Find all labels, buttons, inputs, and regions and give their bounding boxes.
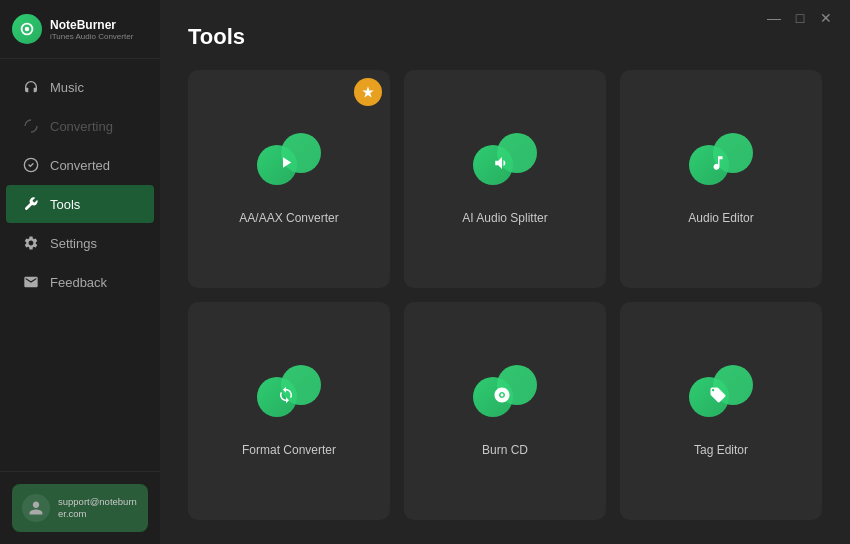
svg-point-1 <box>25 27 30 32</box>
sidebar-item-tools[interactable]: Tools <box>6 185 154 223</box>
user-email: support@noteburner.com <box>58 496 138 521</box>
app-name: NoteBurner <box>50 18 133 32</box>
app-logo: NoteBurner iTunes Audio Converter <box>0 0 160 59</box>
tools-icon <box>22 195 40 213</box>
tools-label: Tools <box>50 197 80 212</box>
sidebar-item-settings[interactable]: Settings <box>6 224 154 262</box>
page-title: Tools <box>188 24 822 50</box>
sidebar-item-converted[interactable]: Converted <box>6 146 154 184</box>
settings-label: Settings <box>50 236 97 251</box>
titlebar: — □ ✕ <box>766 10 834 26</box>
tag-editor-label: Tag Editor <box>694 443 748 457</box>
close-button[interactable]: ✕ <box>818 10 834 26</box>
sidebar: NoteBurner iTunes Audio Converter Music … <box>0 0 160 544</box>
featured-badge <box>354 78 382 106</box>
sidebar-footer: support@noteburner.com <box>0 471 160 544</box>
aa-aax-icon <box>257 133 321 197</box>
feedback-label: Feedback <box>50 275 107 290</box>
burn-cd-label: Burn CD <box>482 443 528 457</box>
tool-card-tag-editor[interactable]: Tag Editor <box>620 302 822 520</box>
logo-icon <box>12 14 42 44</box>
converted-icon <box>22 156 40 174</box>
converted-label: Converted <box>50 158 110 173</box>
headphones-icon <box>22 78 40 96</box>
tools-grid: AA/AAX Converter AI Audio Splitter <box>188 70 822 520</box>
music-label: Music <box>50 80 84 95</box>
tag-editor-icon <box>689 365 753 429</box>
burn-cd-icon <box>473 365 537 429</box>
minimize-button[interactable]: — <box>766 10 782 26</box>
tool-card-audio-editor[interactable]: Audio Editor <box>620 70 822 288</box>
converting-icon <box>22 117 40 135</box>
sidebar-item-feedback[interactable]: Feedback <box>6 263 154 301</box>
tool-card-aa-aax-converter[interactable]: AA/AAX Converter <box>188 70 390 288</box>
format-converter-icon <box>257 365 321 429</box>
audio-editor-icon <box>689 133 753 197</box>
main-content: — □ ✕ Tools AA/AAX Converter <box>160 0 850 544</box>
user-avatar <box>22 494 50 522</box>
audio-editor-label: Audio Editor <box>688 211 753 225</box>
settings-icon <box>22 234 40 252</box>
tool-card-burn-cd[interactable]: Burn CD <box>404 302 606 520</box>
tool-card-format-converter[interactable]: Format Converter <box>188 302 390 520</box>
converting-label: Converting <box>50 119 113 134</box>
format-converter-label: Format Converter <box>242 443 336 457</box>
sidebar-nav: Music Converting Converted <box>0 59 160 471</box>
ai-audio-splitter-label: AI Audio Splitter <box>462 211 547 225</box>
maximize-button[interactable]: □ <box>792 10 808 26</box>
ai-audio-splitter-icon <box>473 133 537 197</box>
sidebar-item-music[interactable]: Music <box>6 68 154 106</box>
aa-aax-label: AA/AAX Converter <box>239 211 338 225</box>
user-card[interactable]: support@noteburner.com <box>12 484 148 532</box>
feedback-icon <box>22 273 40 291</box>
sidebar-item-converting: Converting <box>6 107 154 145</box>
app-subtitle: iTunes Audio Converter <box>50 32 133 41</box>
tool-card-ai-audio-splitter[interactable]: AI Audio Splitter <box>404 70 606 288</box>
